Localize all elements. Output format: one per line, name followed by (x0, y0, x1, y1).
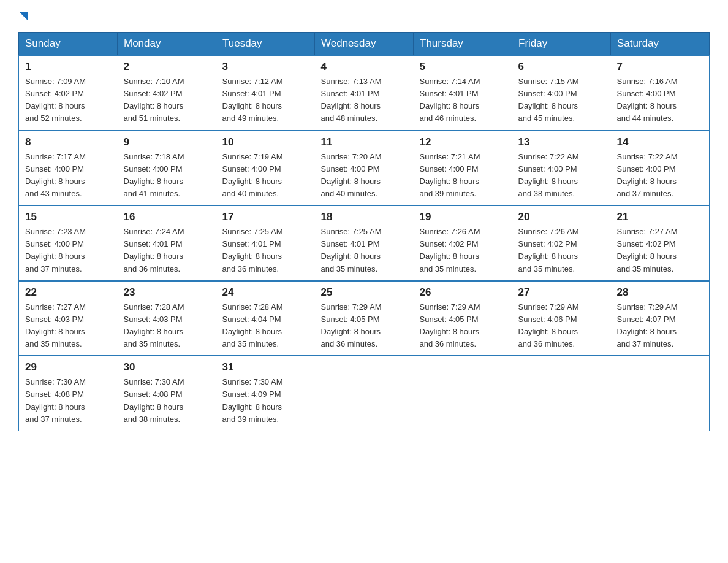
calendar-cell: 28Sunrise: 7:29 AMSunset: 4:07 PMDayligh… (611, 281, 710, 356)
day-info: Sunrise: 7:22 AMSunset: 4:00 PMDaylight:… (617, 151, 703, 201)
calendar-week-row: 15Sunrise: 7:23 AMSunset: 4:00 PMDayligh… (19, 205, 710, 281)
weekday-header-wednesday: Wednesday (315, 33, 414, 56)
weekday-header-sunday: Sunday (19, 33, 118, 56)
day-number: 4 (321, 61, 408, 73)
calendar-cell: 22Sunrise: 7:27 AMSunset: 4:03 PMDayligh… (19, 281, 118, 356)
day-info: Sunrise: 7:23 AMSunset: 4:00 PMDaylight:… (25, 226, 112, 275)
day-number: 1 (25, 61, 112, 73)
day-number: 20 (518, 211, 605, 223)
calendar-cell: 18Sunrise: 7:25 AMSunset: 4:01 PMDayligh… (315, 205, 414, 281)
day-info: Sunrise: 7:22 AMSunset: 4:00 PMDaylight:… (518, 151, 605, 201)
day-info: Sunrise: 7:25 AMSunset: 4:01 PMDaylight:… (321, 226, 408, 275)
day-number: 11 (321, 136, 408, 148)
day-info: Sunrise: 7:17 AMSunset: 4:00 PMDaylight:… (25, 151, 112, 201)
day-info: Sunrise: 7:27 AMSunset: 4:02 PMDaylight:… (617, 226, 703, 275)
day-number: 3 (222, 61, 309, 73)
calendar-cell: 2Sunrise: 7:10 AMSunset: 4:02 PMDaylight… (118, 55, 216, 131)
calendar-cell: 26Sunrise: 7:29 AMSunset: 4:05 PMDayligh… (414, 281, 512, 356)
day-number: 30 (124, 361, 210, 373)
calendar-cell (512, 356, 611, 431)
calendar-cell: 17Sunrise: 7:25 AMSunset: 4:01 PMDayligh… (216, 205, 315, 281)
calendar-cell: 3Sunrise: 7:12 AMSunset: 4:01 PMDaylight… (216, 55, 315, 131)
day-info: Sunrise: 7:28 AMSunset: 4:03 PMDaylight:… (124, 301, 210, 351)
page-header (18, 12, 710, 21)
calendar-cell: 24Sunrise: 7:28 AMSunset: 4:04 PMDayligh… (216, 281, 315, 356)
calendar-cell: 14Sunrise: 7:22 AMSunset: 4:00 PMDayligh… (611, 131, 710, 206)
calendar-cell: 15Sunrise: 7:23 AMSunset: 4:00 PMDayligh… (19, 205, 118, 281)
day-info: Sunrise: 7:30 AMSunset: 4:09 PMDaylight:… (222, 376, 309, 426)
day-info: Sunrise: 7:15 AMSunset: 4:00 PMDaylight:… (518, 75, 605, 125)
calendar-cell: 27Sunrise: 7:29 AMSunset: 4:06 PMDayligh… (512, 281, 611, 356)
day-number: 12 (420, 136, 506, 148)
day-number: 7 (617, 61, 703, 73)
day-info: Sunrise: 7:27 AMSunset: 4:03 PMDaylight:… (25, 301, 112, 351)
day-number: 19 (420, 211, 506, 223)
day-number: 24 (222, 286, 309, 299)
logo (18, 12, 28, 21)
logo-arrow-icon (20, 12, 28, 21)
day-info: Sunrise: 7:10 AMSunset: 4:02 PMDaylight:… (124, 75, 210, 125)
calendar-cell: 8Sunrise: 7:17 AMSunset: 4:00 PMDaylight… (19, 131, 118, 206)
weekday-header-thursday: Thursday (414, 33, 512, 56)
calendar-cell: 13Sunrise: 7:22 AMSunset: 4:00 PMDayligh… (512, 131, 611, 206)
calendar-cell: 1Sunrise: 7:09 AMSunset: 4:02 PMDaylight… (19, 55, 118, 131)
day-info: Sunrise: 7:29 AMSunset: 4:05 PMDaylight:… (420, 301, 506, 351)
day-number: 14 (617, 136, 703, 148)
day-info: Sunrise: 7:09 AMSunset: 4:02 PMDaylight:… (25, 75, 112, 125)
day-info: Sunrise: 7:25 AMSunset: 4:01 PMDaylight:… (222, 226, 309, 275)
day-number: 6 (518, 61, 605, 73)
calendar-cell: 4Sunrise: 7:13 AMSunset: 4:01 PMDaylight… (315, 55, 414, 131)
day-info: Sunrise: 7:29 AMSunset: 4:06 PMDaylight:… (518, 301, 605, 351)
calendar-week-row: 22Sunrise: 7:27 AMSunset: 4:03 PMDayligh… (19, 281, 710, 356)
calendar-cell: 9Sunrise: 7:18 AMSunset: 4:00 PMDaylight… (118, 131, 216, 206)
day-number: 2 (124, 61, 210, 73)
day-number: 5 (420, 61, 506, 73)
calendar-cell: 25Sunrise: 7:29 AMSunset: 4:05 PMDayligh… (315, 281, 414, 356)
calendar-cell: 6Sunrise: 7:15 AMSunset: 4:00 PMDaylight… (512, 55, 611, 131)
day-info: Sunrise: 7:21 AMSunset: 4:00 PMDaylight:… (420, 151, 506, 201)
calendar-cell (611, 356, 710, 431)
calendar-cell (414, 356, 512, 431)
weekday-header-monday: Monday (118, 33, 216, 56)
day-number: 13 (518, 136, 605, 148)
calendar-cell: 31Sunrise: 7:30 AMSunset: 4:09 PMDayligh… (216, 356, 315, 431)
calendar-week-row: 29Sunrise: 7:30 AMSunset: 4:08 PMDayligh… (19, 356, 710, 431)
day-number: 23 (124, 286, 210, 299)
calendar-cell: 21Sunrise: 7:27 AMSunset: 4:02 PMDayligh… (611, 205, 710, 281)
calendar-cell: 23Sunrise: 7:28 AMSunset: 4:03 PMDayligh… (118, 281, 216, 356)
calendar-cell (315, 356, 414, 431)
calendar-week-row: 1Sunrise: 7:09 AMSunset: 4:02 PMDaylight… (19, 55, 710, 131)
weekday-header-friday: Friday (512, 33, 611, 56)
day-info: Sunrise: 7:16 AMSunset: 4:00 PMDaylight:… (617, 75, 703, 125)
day-number: 9 (124, 136, 210, 148)
weekday-header-saturday: Saturday (611, 33, 710, 56)
day-info: Sunrise: 7:26 AMSunset: 4:02 PMDaylight:… (420, 226, 506, 275)
day-info: Sunrise: 7:14 AMSunset: 4:01 PMDaylight:… (420, 75, 506, 125)
calendar-cell: 11Sunrise: 7:20 AMSunset: 4:00 PMDayligh… (315, 131, 414, 206)
day-number: 10 (222, 136, 309, 148)
day-info: Sunrise: 7:20 AMSunset: 4:00 PMDaylight:… (321, 151, 408, 201)
calendar-cell: 20Sunrise: 7:26 AMSunset: 4:02 PMDayligh… (512, 205, 611, 281)
day-number: 31 (222, 361, 309, 373)
day-info: Sunrise: 7:13 AMSunset: 4:01 PMDaylight:… (321, 75, 408, 125)
day-info: Sunrise: 7:19 AMSunset: 4:00 PMDaylight:… (222, 151, 309, 201)
calendar-table: SundayMondayTuesdayWednesdayThursdayFrid… (18, 32, 710, 431)
calendar-cell: 7Sunrise: 7:16 AMSunset: 4:00 PMDaylight… (611, 55, 710, 131)
calendar-cell: 30Sunrise: 7:30 AMSunset: 4:08 PMDayligh… (118, 356, 216, 431)
weekday-header-row: SundayMondayTuesdayWednesdayThursdayFrid… (19, 33, 710, 56)
day-number: 28 (617, 286, 703, 299)
day-info: Sunrise: 7:29 AMSunset: 4:05 PMDaylight:… (321, 301, 408, 351)
day-number: 27 (518, 286, 605, 299)
calendar-cell: 5Sunrise: 7:14 AMSunset: 4:01 PMDaylight… (414, 55, 512, 131)
calendar-cell: 10Sunrise: 7:19 AMSunset: 4:00 PMDayligh… (216, 131, 315, 206)
day-number: 25 (321, 286, 408, 299)
calendar-cell: 12Sunrise: 7:21 AMSunset: 4:00 PMDayligh… (414, 131, 512, 206)
weekday-header-tuesday: Tuesday (216, 33, 315, 56)
day-info: Sunrise: 7:30 AMSunset: 4:08 PMDaylight:… (124, 376, 210, 426)
calendar-cell: 29Sunrise: 7:30 AMSunset: 4:08 PMDayligh… (19, 356, 118, 431)
day-number: 29 (25, 361, 112, 373)
day-info: Sunrise: 7:26 AMSunset: 4:02 PMDaylight:… (518, 226, 605, 275)
day-info: Sunrise: 7:24 AMSunset: 4:01 PMDaylight:… (124, 226, 210, 275)
day-number: 18 (321, 211, 408, 223)
day-info: Sunrise: 7:18 AMSunset: 4:00 PMDaylight:… (124, 151, 210, 201)
